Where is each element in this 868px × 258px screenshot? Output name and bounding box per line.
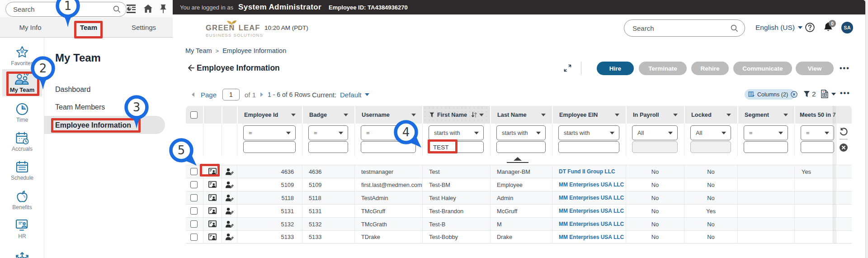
fullscreen-icon[interactable] <box>563 64 572 72</box>
table-row[interactable]: 51095109first.last@medmen.comTest-BMEmpl… <box>186 178 852 191</box>
home-icon[interactable] <box>144 5 152 13</box>
menu-item-dashboard[interactable]: Dashboard <box>55 86 90 94</box>
column-header-first-name[interactable]: First Name <box>422 106 490 124</box>
filter-operator-select-employee-ein[interactable]: starts with <box>558 125 619 140</box>
column-menu-icon[interactable] <box>783 114 788 116</box>
sort-icon[interactable] <box>471 112 477 118</box>
sidebar-item-growth[interactable] <box>0 248 44 258</box>
column-menu-icon[interactable] <box>726 114 731 116</box>
view-button[interactable]: View <box>796 62 834 75</box>
filter-input-in-payroll[interactable] <box>632 141 678 153</box>
employee-edit-icon[interactable] <box>225 207 234 215</box>
filter-operator-select-meets-50-in-75[interactable]: = <box>801 125 834 140</box>
export-icon[interactable] <box>821 90 836 98</box>
prev-page-icon[interactable] <box>191 88 195 101</box>
table-row[interactable]: 51185118TestAdminTest HaleyAdminMM Enter… <box>186 191 852 204</box>
row-checkbox[interactable] <box>190 234 198 241</box>
filter-input-badge[interactable] <box>308 141 348 153</box>
more-actions-icon[interactable]: ••• <box>840 64 850 72</box>
sort-ascending-indicator[interactable] <box>507 157 528 163</box>
column-header-segment[interactable]: Segment <box>737 106 794 124</box>
row-checkbox[interactable] <box>190 181 198 188</box>
cell-employee-ein[interactable]: MM Enterprises USA LLC <box>552 191 626 204</box>
filter-input-locked[interactable] <box>690 141 731 153</box>
column-menu-icon[interactable] <box>673 114 678 116</box>
next-page-icon[interactable] <box>260 88 264 101</box>
employee-record-icon[interactable] <box>208 234 217 241</box>
employee-edit-icon[interactable] <box>225 181 234 189</box>
column-header-locked[interactable]: Locked <box>684 106 737 124</box>
menu-item-team-members[interactable]: Team Members <box>55 103 105 111</box>
column-header-icon2[interactable] <box>222 106 237 124</box>
tab-settings[interactable]: Settings <box>123 17 164 37</box>
breadcrumb-parent[interactable]: My Team <box>185 47 212 54</box>
filter-input-employee-ein[interactable] <box>558 141 619 153</box>
column-menu-icon[interactable] <box>411 114 416 116</box>
table-row[interactable]: 51325132TMcGrathTest-BMMM Enterprises US… <box>186 217 852 230</box>
cell-employee-ein[interactable]: MM Enterprises USA LLC <box>552 231 626 243</box>
grid-more-icon[interactable]: ••• <box>840 89 850 97</box>
row-checkbox[interactable] <box>190 168 198 175</box>
employee-record-icon[interactable] <box>208 194 217 201</box>
filter-operator-select-in-payroll[interactable]: All <box>632 125 678 140</box>
menu-item-employee-information[interactable]: Employee Information <box>55 121 131 129</box>
employee-record-icon[interactable] <box>208 168 217 175</box>
sidebar-item-hr[interactable]: HR <box>0 219 44 239</box>
row-checkbox[interactable] <box>190 220 198 228</box>
back-arrow-icon[interactable] <box>186 63 195 72</box>
terminate-button[interactable]: Terminate <box>639 62 687 75</box>
avatar[interactable]: SA <box>841 22 853 33</box>
column-header-employee-id[interactable]: Employee Id <box>237 106 302 124</box>
column-header-in-payroll[interactable]: In Payroll <box>626 106 684 124</box>
filter-input-last-name[interactable] <box>496 141 546 153</box>
employee-edit-icon[interactable] <box>225 194 234 202</box>
sidebar-item-schedule[interactable]: Schedule <box>0 160 44 181</box>
employee-record-icon[interactable] <box>208 207 217 215</box>
tab-team[interactable]: Team <box>71 17 107 37</box>
column-menu-icon[interactable] <box>291 114 296 116</box>
column-header-username[interactable]: Username <box>354 106 422 124</box>
column-header-badge[interactable]: Badge <box>302 106 354 124</box>
employee-record-icon[interactable] <box>208 181 217 188</box>
reset-filters-icon[interactable] <box>839 128 849 137</box>
table-row[interactable]: 51315131TMcGruffTest-BrandonMcGruffMM En… <box>186 204 852 217</box>
sidebar-item-time[interactable]: Time <box>0 102 44 123</box>
clear-columns-icon[interactable] <box>791 91 797 98</box>
page-number-input[interactable] <box>222 89 240 100</box>
column-menu-icon[interactable] <box>344 114 348 116</box>
column-menu-icon[interactable] <box>479 114 484 116</box>
hire-button[interactable]: Hire <box>597 62 634 75</box>
sidebar-item-benefits[interactable]: Benefits <box>0 190 44 210</box>
employee-edit-icon[interactable] <box>225 233 234 241</box>
filter-operator-select-employee-id[interactable]: = <box>243 125 296 140</box>
filter-operator-select-badge[interactable]: = <box>308 125 348 140</box>
filter-input-username[interactable] <box>361 141 416 153</box>
row-checkbox[interactable] <box>190 207 198 215</box>
table-row[interactable]: 51335133TDrakeTest-BobbyDrakeMM Enterpri… <box>186 230 852 244</box>
rehire-button[interactable]: Rehire <box>691 62 729 75</box>
filter-operator-select-first-name[interactable]: starts with <box>429 125 484 140</box>
column-header-meets-50-in-75[interactable]: Meets 50 in 75 <box>794 106 836 124</box>
column-menu-icon[interactable] <box>541 114 546 116</box>
column-header-employee-ein[interactable]: Employee EIN <box>552 106 626 124</box>
cell-employee-ein[interactable]: MM Enterprises USA LLC <box>552 218 626 230</box>
sidebar-search-input[interactable] <box>6 5 113 13</box>
tab-my-info[interactable]: My Info <box>10 17 51 37</box>
cell-employee-ein[interactable]: DT Fund II Group LLC <box>552 165 626 178</box>
filter-operator-select-username[interactable]: = <box>361 125 416 140</box>
filter-funnel-icon[interactable]: 2 <box>803 90 816 98</box>
sidebar-item-my-team[interactable]: My Team <box>2 69 42 96</box>
filter-input-employee-id[interactable] <box>243 141 296 153</box>
table-row[interactable]: 46364636testmanagerTestManager-BMDT Fund… <box>186 165 852 178</box>
columns-filter-pill[interactable]: Columns (2) <box>745 89 795 100</box>
column-header-last-name[interactable]: Last Name <box>490 106 552 124</box>
row-checkbox[interactable] <box>190 194 198 201</box>
communicate-button[interactable]: Communicate <box>733 62 792 75</box>
help-icon[interactable] <box>805 23 815 32</box>
employee-edit-icon[interactable] <box>225 168 234 176</box>
report-icon[interactable] <box>126 5 136 13</box>
sidebar-item-favorites[interactable]: Favorites <box>0 45 44 67</box>
sidebar-item-accruals[interactable]: Accruals <box>0 131 44 152</box>
filter-input-first-name[interactable] <box>429 141 484 153</box>
column-header-select[interactable] <box>186 106 203 124</box>
